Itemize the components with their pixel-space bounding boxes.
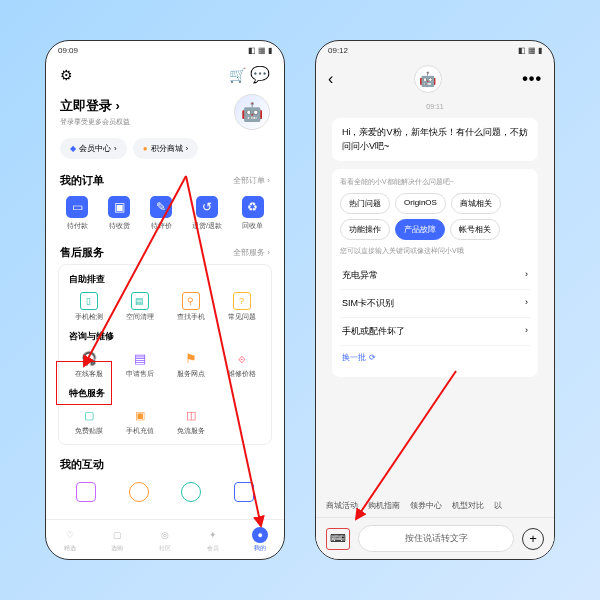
- film-icon: ▢: [80, 406, 98, 424]
- clean-icon: ▤: [131, 292, 149, 310]
- chip-activity[interactable]: 商城活动: [326, 500, 358, 511]
- diamond-icon: ◆: [70, 144, 76, 153]
- question-icon: ?: [233, 292, 251, 310]
- chevron-right-icon: ›: [525, 325, 528, 338]
- pill-func[interactable]: 功能操作: [340, 219, 390, 240]
- chip-more[interactable]: 以: [494, 500, 502, 511]
- coin-icon: ●: [143, 144, 148, 153]
- faq-charge[interactable]: 充电异常›: [340, 262, 530, 290]
- order-review[interactable]: ✎待评价: [150, 196, 172, 231]
- interact-2[interactable]: [129, 482, 149, 502]
- greeting-bubble: Hi，亲爱的V粉，新年快乐！有什么问题，不妨问问小V吧~: [332, 118, 538, 161]
- login-row[interactable]: 立即登录 › 登录享受更多会员权益 🤖: [46, 90, 284, 138]
- bot-avatar[interactable]: 🤖: [414, 65, 442, 93]
- self-clean[interactable]: ▤空间清理: [114, 292, 165, 322]
- sugg-sub: 您可以直接输入关键词或像这样问小V哦: [340, 246, 530, 256]
- repair-price[interactable]: ⟐维修价格: [216, 349, 267, 379]
- pill-mall[interactable]: 商城相关: [451, 193, 501, 214]
- data-icon: ◫: [182, 406, 200, 424]
- tab-member[interactable]: ✦会员: [205, 527, 221, 553]
- plus-icon: +: [529, 531, 537, 546]
- tab-featured[interactable]: ♡精选: [62, 527, 78, 553]
- order-refund[interactable]: ↺退货/退款: [192, 196, 222, 231]
- interact-1[interactable]: [76, 482, 96, 502]
- chevron-right-icon: ›: [525, 297, 528, 310]
- headset-icon: 🎧: [80, 349, 98, 367]
- plus-button[interactable]: +: [522, 528, 544, 550]
- chevron-right-icon: ›: [525, 269, 528, 282]
- interact-3[interactable]: [181, 482, 201, 502]
- orders-title: 我的订单: [60, 173, 104, 188]
- interact-4[interactable]: [234, 482, 254, 502]
- form-icon: ▤: [131, 349, 149, 367]
- more-button[interactable]: •••: [522, 70, 542, 88]
- orders-grid: ▭待付款 ▣待收货 ✎待评价 ↺退货/退款 ♻回收单: [46, 192, 284, 239]
- quick-chips: ◆会员中心 › ●积分商城 ›: [46, 138, 284, 167]
- location-icon: ⚑: [182, 349, 200, 367]
- free-film[interactable]: ▢免费贴膜: [63, 406, 114, 436]
- free-data[interactable]: ◫免流服务: [165, 406, 216, 436]
- timestamp: 09:11: [326, 99, 544, 114]
- back-button[interactable]: ‹: [328, 70, 333, 88]
- status-bar: 09:09 ◧ ▦ ▮: [46, 41, 284, 59]
- voice-input[interactable]: 按住说话转文字: [358, 525, 514, 552]
- after-link[interactable]: 全部服务 ›: [233, 247, 270, 258]
- chip-coupon[interactable]: 领券中心: [410, 500, 442, 511]
- chat-icon[interactable]: 💬: [250, 66, 270, 83]
- tab-shop[interactable]: ▢选购: [109, 527, 125, 553]
- after-card: 自助排查 ▯手机检测 ▤空间清理 ⚲查找手机 ?常见问题 咨询与维修 🎧在线客服…: [58, 264, 272, 445]
- input-bar: ⌨ 按住说话转文字 +: [316, 517, 554, 559]
- wallet-icon: ▭: [66, 196, 88, 218]
- pill-fault[interactable]: 产品故障: [395, 219, 445, 240]
- apply-after[interactable]: ▤申请售后: [114, 349, 165, 379]
- points-chip[interactable]: ●积分商城 ›: [133, 138, 199, 159]
- tab-mine[interactable]: ●我的: [252, 527, 268, 553]
- recharge-icon: ▣: [131, 406, 149, 424]
- self-detect[interactable]: ▯手机检测: [63, 292, 114, 322]
- after-title: 售后服务: [60, 245, 104, 260]
- chip-guide[interactable]: 购机指南: [368, 500, 400, 511]
- pill-hot[interactable]: 热门问题: [340, 193, 390, 214]
- order-receive[interactable]: ▣待收货: [108, 196, 130, 231]
- order-recycle[interactable]: ♻回收单: [242, 196, 264, 231]
- status-icons-2: ◧ ▦ ▮: [518, 46, 542, 55]
- chip-compare[interactable]: 机型对比: [452, 500, 484, 511]
- cart-icon[interactable]: 🛒: [229, 67, 246, 83]
- settings-icon[interactable]: ⚙: [60, 67, 73, 83]
- sugg-title: 看看全能的小V都能解决什么问题吧~: [340, 177, 530, 187]
- phone-right: 09:12 ◧ ▦ ▮ ‹ 🤖 ••• 09:11 Hi，亲爱的V粉，新年快乐！…: [315, 40, 555, 560]
- special-title: 特色服务: [59, 385, 271, 404]
- price-icon: ⟐: [233, 349, 251, 367]
- header: ⚙ 🛒 💬: [46, 59, 284, 90]
- self-title: 自助排查: [59, 271, 271, 290]
- phone-icon: ▯: [80, 292, 98, 310]
- self-faq[interactable]: ?常见问题: [216, 292, 267, 322]
- interact-title: 我的互动: [60, 457, 104, 472]
- faq-broken[interactable]: 手机或配件坏了›: [340, 318, 530, 346]
- comment-icon: ✎: [150, 196, 172, 218]
- refund-icon: ↺: [196, 196, 218, 218]
- avatar[interactable]: 🤖: [234, 94, 270, 130]
- service-point[interactable]: ⚑服务网点: [165, 349, 216, 379]
- refresh-icon: ⟳: [369, 353, 376, 362]
- status-bar-2: 09:12 ◧ ▦ ▮: [316, 41, 554, 59]
- member-chip[interactable]: ◆会员中心 ›: [60, 138, 127, 159]
- status-time-2: 09:12: [328, 46, 348, 55]
- login-sub: 登录享受更多会员权益: [60, 117, 130, 127]
- online-service[interactable]: 🎧在线客服: [63, 349, 114, 379]
- login-title: 立即登录: [60, 98, 112, 113]
- refresh-button[interactable]: 换一批⟳: [340, 346, 530, 369]
- order-pay[interactable]: ▭待付款: [66, 196, 88, 231]
- pill-origin[interactable]: OriginOS: [395, 193, 446, 214]
- faq-sim[interactable]: SIM卡不识别›: [340, 290, 530, 318]
- pill-account[interactable]: 帐号相关: [450, 219, 500, 240]
- orders-link[interactable]: 全部订单 ›: [233, 175, 270, 186]
- phone-left: 09:09 ◧ ▦ ▮ ⚙ 🛒 💬 立即登录 › 登录享受更多会员权益 🤖 ◆会…: [45, 40, 285, 560]
- tab-community[interactable]: ◎社区: [157, 527, 173, 553]
- bottom-chips: 商城活动 购机指南 领券中心 机型对比 以: [316, 494, 554, 517]
- header-right: 🛒 💬: [229, 65, 270, 84]
- recharge[interactable]: ▣手机充值: [114, 406, 165, 436]
- keyboard-button[interactable]: ⌨: [326, 528, 350, 550]
- self-find[interactable]: ⚲查找手机: [165, 292, 216, 322]
- interact-row: [46, 476, 284, 508]
